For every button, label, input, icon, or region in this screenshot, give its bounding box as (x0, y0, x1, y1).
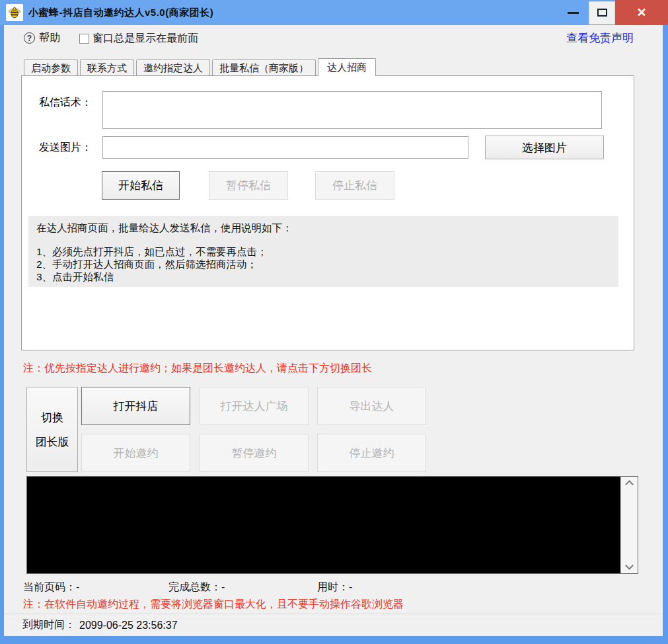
scroll-up-icon[interactable] (625, 480, 634, 489)
start-dm-button[interactable]: 开始私信 (102, 171, 180, 200)
status-bar: 到期时间： 2099-06-25 23:56:37 (4, 614, 663, 636)
disclaimer-link[interactable]: 查看免责声明 (566, 30, 634, 46)
log-output (27, 477, 620, 573)
expiry-label: 到期时间： (22, 618, 75, 632)
export-talent-button: 导出达人 (317, 387, 426, 425)
bee-app-icon (6, 4, 23, 21)
elapsed-time-label: 用时： (317, 581, 349, 592)
open-shop-button[interactable]: 打开抖店 (81, 387, 190, 425)
dm-script-textarea[interactable] (102, 91, 602, 129)
maximize-icon (597, 9, 607, 17)
start-invite-button: 开始邀约 (81, 434, 190, 472)
always-on-top-option[interactable]: 窗口总是显示在最前面 (79, 32, 198, 46)
pause-invite-button: 暂停邀约 (200, 434, 309, 472)
instruction-step-3: 3、点击开始私信 (36, 270, 611, 283)
completed-total-label: 完成总数： (168, 581, 221, 592)
help-link[interactable]: ? 帮助 (24, 31, 60, 45)
maximize-button[interactable] (589, 1, 615, 24)
title-bar: 小蜜蜂-抖店自动邀约达人v5.0(商家团长) ✕ (0, 0, 668, 25)
scroll-down-icon[interactable] (625, 561, 634, 570)
talent-recruit-panel: 私信话术： 发送图片： 选择图片 开始私信 暂停私信 停止私信 在达人招商页面，… (21, 75, 634, 350)
switch-leader-line2: 团长版 (36, 434, 69, 450)
instruction-step-1: 1、必须先点打开抖店，如已点过，不需要再点击； (36, 245, 611, 258)
pause-dm-button: 暂停私信 (209, 171, 288, 200)
instructions-intro: 在达人招商页面，批量给达人发送私信，使用说明如下： (36, 221, 611, 234)
completed-total-value: - (221, 581, 225, 592)
client-area: ? 帮助 窗口总是显示在最前面 查看免责声明 启动参数 联系方式 邀约指定达人 … (4, 25, 663, 636)
app-window: 小蜜蜂-抖店自动邀约达人v5.0(商家团长) ✕ ? 帮助 窗口总是显示在最前面… (0, 0, 668, 644)
browser-maximize-note: 注：在软件自动邀约过程，需要将浏览器窗口最大化，且不要手动操作谷歌浏览器 (23, 598, 404, 612)
send-image-label: 发送图片： (39, 141, 92, 155)
current-page-label: 当前页码： (23, 581, 76, 592)
expiry-value: 2099-06-25 23:56:37 (79, 620, 178, 631)
minimize-button[interactable] (557, 0, 589, 25)
tab-invite-specified[interactable]: 邀约指定达人 (136, 60, 210, 76)
close-icon: ✕ (636, 5, 646, 20)
log-console (26, 476, 638, 574)
tab-startup-params[interactable]: 启动参数 (24, 60, 78, 76)
elapsed-time-value: - (349, 581, 352, 592)
help-question-icon: ? (24, 32, 35, 44)
invite-priority-note: 注：优先按指定达人进行邀约；如果是团长邀约达人，请点击下方切换团长 (23, 362, 372, 376)
minimize-icon (568, 12, 579, 14)
send-image-input[interactable] (102, 136, 468, 159)
choose-image-button[interactable]: 选择图片 (485, 136, 604, 159)
usage-instructions: 在达人招商页面，批量给达人发送私信，使用说明如下： 1、必须先点打开抖店，如已点… (28, 216, 618, 287)
window-title: 小蜜蜂-抖店自动邀约达人v5.0(商家团长) (28, 7, 213, 19)
log-scrollbar[interactable] (620, 477, 638, 573)
tab-contact-info[interactable]: 联系方式 (80, 60, 134, 76)
help-label: 帮助 (39, 31, 60, 45)
tab-bulk-dm-merchant[interactable]: 批量私信（商家版） (212, 60, 316, 76)
switch-leader-version-button[interactable]: 切换 团长版 (26, 387, 78, 472)
tab-talent-recruit[interactable]: 达人招商 (318, 58, 376, 76)
current-page-value: - (76, 581, 79, 592)
tab-bar: 启动参数 联系方式 邀约指定达人 批量私信（商家版） 达人招商 (24, 58, 378, 76)
dm-script-label: 私信话术： (39, 96, 92, 110)
close-button[interactable]: ✕ (615, 0, 668, 25)
stop-invite-button: 停止邀约 (317, 434, 426, 472)
always-on-top-label: 窗口总是显示在最前面 (93, 32, 198, 46)
open-talent-square-button: 打开达人广场 (200, 387, 309, 425)
switch-leader-line1: 切换 (41, 410, 63, 425)
instruction-step-2: 2、手动打开达人招商页面，然后筛选招商活动； (36, 258, 611, 270)
always-on-top-checkbox[interactable] (79, 34, 89, 44)
stop-dm-button: 停止私信 (315, 171, 394, 200)
